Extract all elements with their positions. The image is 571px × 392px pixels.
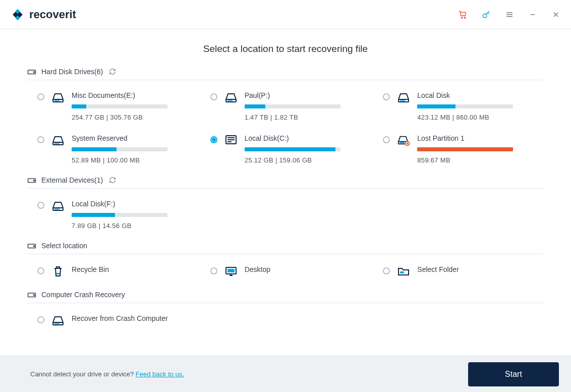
refresh-icon[interactable] — [109, 68, 116, 75]
recycle-bin-icon — [51, 265, 65, 277]
section-label: Hard Disk Drives(6) — [41, 68, 103, 76]
logo-text: recoverit — [29, 8, 76, 21]
external-grid: Local Disk(F:) 7.89 GB | 14.56 GB — [27, 189, 544, 238]
drive-icon — [224, 91, 238, 103]
drive-icon — [51, 134, 65, 146]
content-area: Select a location to start recovering fi… — [0, 29, 571, 335]
minimize-icon[interactable] — [528, 10, 538, 20]
svg-point-4 — [465, 17, 466, 18]
footer: Cannot detect your drive or device? Feed… — [0, 356, 571, 392]
radio[interactable] — [37, 202, 44, 209]
feedback-link[interactable]: Feed back to us. — [136, 370, 184, 378]
drive-size: 52.89 MB | 100.00 MB — [72, 156, 198, 164]
drive-label: Local Disk(F:) — [72, 200, 198, 208]
crash-grid: Recover from Crash Computer — [27, 303, 544, 335]
radio[interactable] — [37, 316, 44, 323]
svg-rect-27 — [400, 142, 405, 143]
section-hard-disk-drives: Hard Disk Drives(6) — [27, 64, 544, 80]
drive-item-local[interactable]: Local Disk 423.12 MB | 860.00 MB — [383, 91, 544, 121]
desktop-icon — [224, 265, 238, 277]
drive-item-p[interactable]: Paul(P:) 1.47 TB | 1.82 TB — [210, 91, 371, 121]
drive-item-lost-partition[interactable]: Lost Partition 1 859.67 MB — [383, 134, 544, 164]
svg-rect-24 — [227, 139, 235, 140]
drive-section-icon — [27, 291, 36, 299]
usage-bar — [72, 147, 167, 151]
menu-icon[interactable] — [504, 10, 515, 20]
logo-icon — [10, 7, 25, 22]
location-label: Desktop — [245, 265, 371, 273]
svg-rect-23 — [227, 137, 235, 138]
drive-size: 25.12 GB | 159.06 GB — [245, 156, 371, 164]
svg-rect-42 — [54, 323, 60, 324]
drive-label: System Reserved — [72, 134, 198, 142]
location-desktop[interactable]: Desktop — [210, 265, 371, 278]
titlebar: recoverit — [0, 0, 571, 29]
usage-bar — [72, 104, 167, 108]
svg-point-40 — [33, 295, 34, 296]
svg-rect-37 — [227, 269, 235, 272]
svg-rect-15 — [54, 100, 60, 101]
radio[interactable] — [210, 267, 217, 274]
radio[interactable] — [383, 136, 390, 143]
hdd-grid: Misc Documents(E:) 254.77 GB | 305.76 GB… — [27, 80, 544, 172]
drive-item-e[interactable]: Misc Documents(E:) 254.77 GB | 305.76 GB — [37, 91, 198, 121]
drive-item-c[interactable]: Local Disk(C:) 25.12 GB | 159.06 GB — [210, 134, 371, 164]
svg-rect-38 — [400, 271, 404, 273]
svg-point-13 — [33, 72, 34, 73]
radio[interactable] — [210, 93, 217, 100]
drive-size: 1.47 TB | 1.82 TB — [245, 114, 371, 121]
usage-bar — [417, 147, 513, 151]
cart-icon[interactable] — [458, 10, 468, 20]
location-label: Select Folder — [417, 265, 544, 273]
drive-label: Local Disk(C:) — [245, 134, 371, 142]
lost-drive-icon — [397, 134, 410, 146]
crash-recover-item[interactable]: Recover from Crash Computer — [37, 314, 198, 327]
svg-rect-35 — [56, 273, 60, 274]
crash-label: Recover from Crash Computer — [72, 314, 198, 322]
drive-label: Lost Partition 1 — [417, 134, 544, 142]
section-external-devices: External Devices(1) — [27, 172, 544, 189]
radio[interactable] — [210, 136, 217, 143]
app-logo: recoverit — [10, 7, 76, 22]
system-drive-icon — [224, 134, 238, 146]
drive-section-icon — [27, 242, 36, 250]
svg-rect-19 — [400, 100, 405, 101]
close-icon[interactable] — [551, 10, 561, 20]
svg-point-30 — [33, 180, 34, 181]
location-recycle-bin[interactable]: Recycle Bin — [37, 265, 198, 278]
location-grid: Recycle Bin Desktop Select Folder — [27, 254, 544, 287]
section-select-location: Select location — [27, 238, 544, 254]
window-controls — [458, 10, 561, 20]
drive-item-system-reserved[interactable]: System Reserved 52.89 MB | 100.00 MB — [37, 134, 198, 164]
drive-section-icon — [27, 176, 36, 184]
drive-icon — [51, 91, 65, 103]
key-icon[interactable] — [481, 10, 491, 20]
drive-icon — [51, 200, 65, 212]
usage-bar — [72, 213, 167, 217]
location-select-folder[interactable]: Select Folder — [383, 265, 544, 278]
location-label: Recycle Bin — [72, 265, 198, 273]
usage-bar — [245, 147, 340, 151]
section-label: External Devices(1) — [41, 176, 103, 184]
radio[interactable] — [37, 93, 44, 100]
usage-bar — [417, 104, 513, 108]
radio[interactable] — [383, 267, 390, 274]
drive-icon — [51, 314, 65, 326]
radio[interactable] — [37, 267, 44, 274]
refresh-icon[interactable] — [109, 177, 116, 184]
drive-size: 7.89 GB | 14.56 GB — [72, 222, 198, 230]
svg-rect-21 — [54, 143, 60, 144]
radio[interactable] — [383, 93, 390, 100]
drive-size: 254.77 GB | 305.76 GB — [72, 114, 198, 121]
footer-message: Cannot detect your drive or device? — [30, 370, 136, 378]
drive-size: 423.12 MB | 860.00 MB — [417, 114, 544, 121]
section-label: Computer Crash Recovery — [41, 291, 125, 299]
radio[interactable] — [37, 136, 44, 143]
start-button[interactable]: Start — [468, 362, 559, 386]
drive-label: Paul(P:) — [245, 91, 371, 99]
footer-text: Cannot detect your drive or device? Feed… — [30, 370, 184, 378]
usage-bar — [245, 104, 340, 108]
drive-size: 859.67 MB — [417, 156, 544, 164]
folder-icon — [397, 265, 410, 277]
drive-item-f[interactable]: Local Disk(F:) 7.89 GB | 14.56 GB — [37, 200, 198, 230]
